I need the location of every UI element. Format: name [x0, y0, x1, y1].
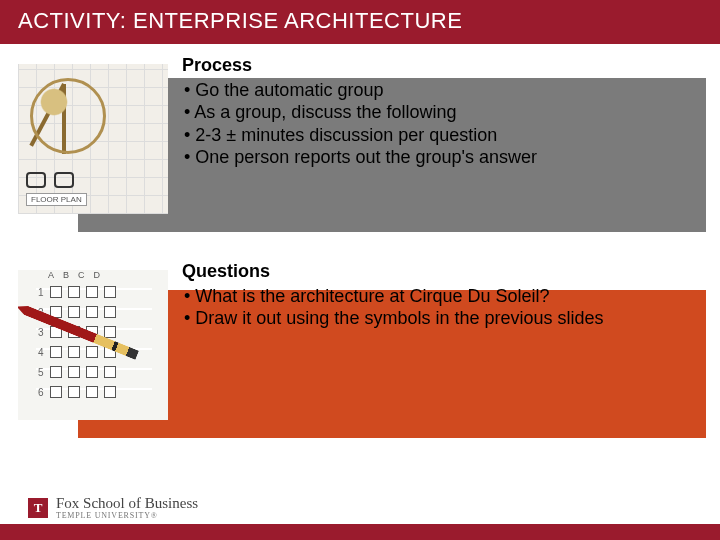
list-item: As a group, discuss the following — [184, 101, 700, 124]
footer: T Fox School of Business TEMPLE UNIVERSI… — [0, 486, 720, 540]
list-item: One person reports out the group's answe… — [184, 146, 700, 169]
process-image: FLOOR PLAN — [18, 64, 168, 214]
process-heading: Process — [182, 54, 700, 77]
logo-line1: Fox School of Business — [56, 495, 198, 511]
questions-panel: ABCD 1 2 3 4 5 6 Questions What is the a… — [0, 260, 720, 420]
logo-mark-icon: T — [28, 498, 48, 518]
slide-title: ACTIVITY: ENTERPRISE ARCHITECTURE — [0, 0, 720, 44]
questions-list: What is the architecture at Cirque Du So… — [182, 285, 700, 330]
list-item: Draw it out using the symbols in the pre… — [184, 307, 700, 330]
list-item: 2-3 ± minutes discussion per question — [184, 124, 700, 147]
blueprint-icon: FLOOR PLAN — [18, 64, 168, 214]
process-text: Process Go the automatic group As a grou… — [168, 54, 720, 173]
logo-line2: TEMPLE UNIVERSITY® — [56, 512, 198, 520]
footer-logo: T Fox School of Business TEMPLE UNIVERSI… — [28, 496, 198, 520]
answer-sheet-icon: ABCD 1 2 3 4 5 6 — [18, 270, 168, 420]
list-item: What is the architecture at Cirque Du So… — [184, 285, 700, 308]
questions-image: ABCD 1 2 3 4 5 6 — [18, 270, 168, 420]
footer-stripe — [0, 524, 720, 540]
questions-heading: Questions — [182, 260, 700, 283]
questions-text: Questions What is the architecture at Ci… — [168, 260, 720, 334]
process-list: Go the automatic group As a group, discu… — [182, 79, 700, 169]
floorplan-label: FLOOR PLAN — [26, 193, 87, 206]
process-panel: FLOOR PLAN Process Go the automatic grou… — [0, 54, 720, 214]
list-item: Go the automatic group — [184, 79, 700, 102]
